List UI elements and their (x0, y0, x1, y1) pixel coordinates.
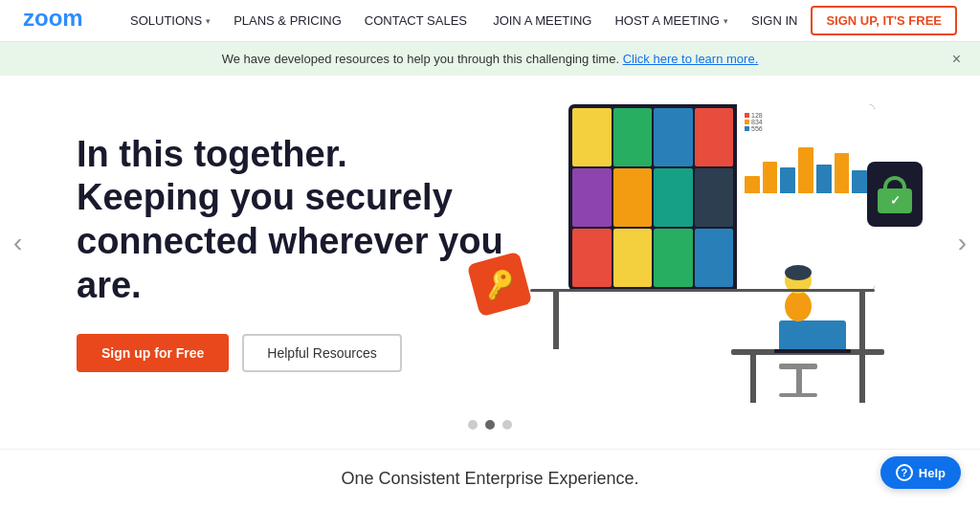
video-cell (695, 168, 734, 227)
hero-section: ‹ In this together. Keeping you securely… (0, 76, 980, 430)
navbar: zoom SOLUTIONS ▾ PLANS & PRICING CONTACT… (0, 0, 980, 42)
desk-leg-left (859, 292, 865, 349)
video-cell (572, 168, 612, 227)
svg-rect-10 (796, 369, 802, 393)
chart-legend: 128 834 556 (745, 112, 867, 132)
footer-text: One Consistent Enterprise Experience. (341, 469, 638, 488)
info-banner: We have developed resources to help you … (0, 42, 980, 76)
person-illustration (693, 254, 884, 410)
hero-content-area: ‹ In this together. Keeping you securely… (0, 76, 980, 410)
nav-contact-label: CONTACT SALES (365, 13, 467, 28)
helpful-resources-button[interactable]: Helpful Resources (242, 334, 401, 372)
lock-body: ✓ (878, 188, 912, 213)
video-cell (613, 108, 653, 166)
chart-bar (798, 147, 813, 193)
chart-bar (835, 153, 850, 193)
hero-title-line1: In this together. (77, 134, 347, 174)
video-cell (572, 108, 612, 166)
banner-message: We have developed resources to help you … (222, 52, 619, 66)
carousel-dots (0, 420, 980, 430)
lock-icon: ✓ (867, 162, 923, 227)
chevron-down-icon: ▾ (206, 16, 211, 26)
nav-signin-label: SIGN IN (751, 13, 797, 28)
signup-free-button[interactable]: Sign up for Free (77, 334, 229, 372)
close-icon[interactable]: × (952, 51, 961, 68)
desk-line (530, 289, 875, 292)
hero-buttons: Sign up for Free Helpful Resources (77, 334, 536, 372)
svg-rect-5 (774, 349, 851, 353)
footer-section: One Consistent Enterprise Experience. (0, 449, 980, 508)
chart-bar (745, 176, 760, 193)
hero-title-line2: Keeping you securely (77, 177, 453, 217)
carousel-arrow-left[interactable]: ‹ (13, 228, 22, 258)
svg-rect-2 (750, 355, 756, 403)
nav-solutions[interactable]: SOLUTIONS ▾ (119, 0, 222, 42)
video-cell (613, 229, 653, 287)
nav-contact-sales[interactable]: CONTACT SALES (353, 0, 479, 42)
chevron-down-icon: ▾ (724, 16, 728, 26)
nav-solutions-label: SOLUTIONS (130, 13, 202, 28)
svg-rect-9 (779, 364, 817, 369)
carousel-dot-1[interactable] (468, 420, 478, 430)
svg-text:zoom: zoom (23, 9, 83, 30)
chart-bar (816, 165, 832, 193)
nav-plans-label: PLANS & PRICING (234, 13, 342, 28)
nav-host-meeting[interactable]: HOST A MEETING ▾ (605, 0, 738, 42)
video-cell (654, 229, 693, 287)
chart-bar (763, 162, 778, 193)
video-cell (654, 108, 693, 166)
chart-bar (852, 170, 867, 193)
svg-rect-11 (779, 393, 817, 397)
banner-link[interactable]: Click here to learn more. (623, 52, 759, 66)
nav-host-label: HOST A MEETING (614, 13, 720, 28)
video-cell (572, 229, 612, 287)
chart-bar (780, 167, 795, 193)
carousel-dot-3[interactable] (502, 420, 512, 430)
video-cell (654, 168, 693, 227)
carousel-dot-2[interactable] (485, 420, 495, 430)
banner-text: We have developed resources to help you … (222, 52, 759, 66)
nav-join-label: JOIN A MEETING (493, 13, 591, 28)
hero-title-line3: connected wherever you are. (77, 221, 503, 305)
nav-left: SOLUTIONS ▾ PLANS & PRICING CONTACT SALE… (119, 0, 483, 42)
help-label: Help (919, 466, 946, 480)
logo[interactable]: zoom (23, 9, 92, 33)
nav-join-meeting[interactable]: JOIN A MEETING (483, 0, 601, 42)
nav-plans[interactable]: PLANS & PRICING (222, 0, 353, 42)
hero-text: In this together. Keeping you securely c… (77, 133, 536, 372)
svg-rect-3 (859, 355, 865, 403)
hero-title: In this together. Keeping you securely c… (77, 133, 536, 307)
lock-top (883, 176, 906, 189)
help-icon: ? (896, 464, 913, 481)
svg-rect-4 (779, 320, 846, 351)
nav-right: JOIN A MEETING HOST A MEETING ▾ SIGN IN … (483, 0, 957, 42)
carousel-arrow-right[interactable]: › (958, 228, 967, 258)
video-cell (695, 108, 734, 166)
nav-sign-in[interactable]: SIGN IN (742, 0, 807, 42)
svg-point-8 (785, 265, 812, 280)
signup-button[interactable]: SIGN UP, IT'S FREE (811, 6, 957, 35)
svg-point-6 (785, 291, 812, 321)
help-button[interactable]: ? Help (880, 456, 961, 489)
video-cell (613, 168, 653, 227)
desk-leg-right (553, 292, 559, 349)
chart-bars (745, 136, 867, 193)
